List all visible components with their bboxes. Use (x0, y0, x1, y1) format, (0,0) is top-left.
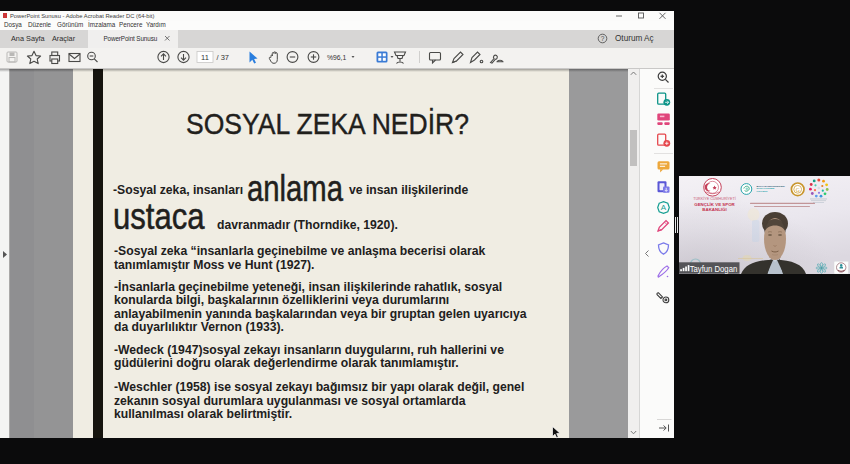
svg-text:G: G (796, 187, 800, 193)
svg-text:Tayfun Dogan: Tayfun Dogan (690, 263, 738, 274)
svg-text:PROJESİ: PROJESİ (757, 190, 768, 193)
svg-text:A: A (660, 203, 666, 212)
svg-text:/ 37: / 37 (217, 52, 230, 61)
svg-text:?: ? (601, 35, 605, 42)
svg-text:BAKANLIĞI: BAKANLIĞI (702, 207, 726, 212)
svg-text:TÜRKİYE CUMHURİYETİ: TÜRKİYE CUMHURİYETİ (693, 196, 736, 201)
svg-text:%96,1: %96,1 (327, 53, 346, 60)
svg-text:11: 11 (201, 52, 209, 61)
